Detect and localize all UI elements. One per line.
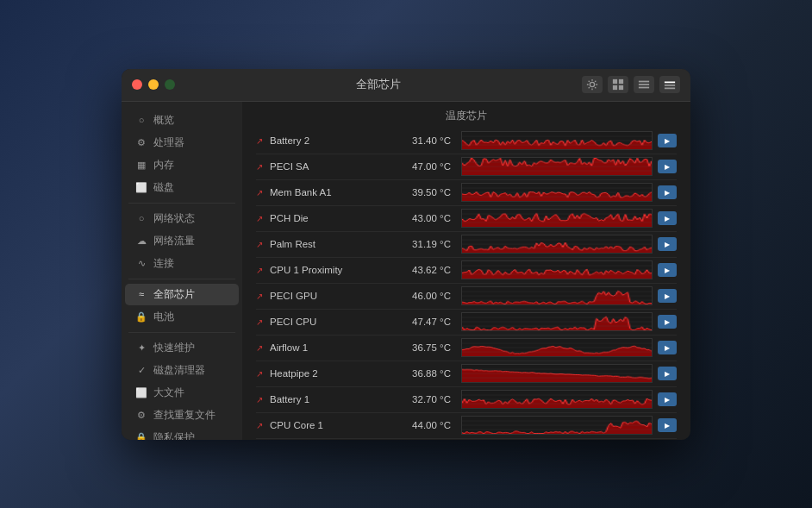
sidebar-item-network-flow[interactable]: ☁ 网络流量 [125,230,239,252]
sensor-value: 44.00 °C [382,420,451,430]
sensor-graph [461,209,653,228]
sidebar-item-connection[interactable]: ∿ 连接 [125,253,239,274]
titlebar: 全部芯片 [122,69,690,102]
svg-rect-8 [665,82,675,84]
sensor-toggle-button[interactable]: ▶ [658,237,677,251]
sidebar-item-network-status[interactable]: ○ 网络状态 [125,208,239,229]
sensor-toggle-button[interactable]: ▶ [658,418,677,432]
sensor-value: 43.00 °C [382,213,451,223]
content-header: 温度芯片 [256,102,677,129]
sensor-row: ↗ PCH Die 43.00 °C ▶ [256,206,677,232]
settings-toolbar-icon[interactable] [582,76,603,93]
maximize-button[interactable] [165,79,175,90]
grid-toolbar-icon[interactable] [608,76,628,93]
sidebar-item-recover[interactable]: ⚙ 查找重复文件 [125,405,239,426]
sidebar-item-disk[interactable]: ⬜ 磁盘 [125,177,239,198]
sensor-row: ↗ Battery 2 31.40 °C ▶ [256,129,677,154]
sensor-trend-icon: ↗ [256,292,270,301]
sensor-graph [461,286,653,305]
traffic-lights [132,79,175,90]
svg-rect-4 [619,85,623,90]
network-flow-icon: ☁ [135,235,147,247]
minimize-button[interactable] [148,79,159,90]
sidebar-divider-3 [128,332,235,333]
sensor-trend-icon: ↗ [256,214,270,223]
sensor-toggle-button[interactable]: ▶ [658,367,677,380]
content-area: 温度芯片 ↗ Battery 2 31.40 °C ▶ ↗ PECI SA 47… [242,102,690,440]
sensor-graph [461,390,653,409]
sensor-trend-icon: ↗ [256,395,270,405]
sensor-list: ↗ Battery 2 31.40 °C ▶ ↗ PECI SA 47.00 °… [256,129,677,439]
sensor-toggle-button[interactable]: ▶ [658,211,677,225]
close-button[interactable] [132,79,142,90]
sensor-graph [461,364,653,383]
sensor-name: PECI SA [270,161,382,172]
sensor-graph [461,183,653,202]
sensor-toggle-button[interactable]: ▶ [658,134,677,147]
sensor-value: 47.00 °C [382,161,451,172]
sensor-toggle-button[interactable]: ▶ [658,289,677,303]
sensor-toggle-button[interactable]: ▶ [658,263,677,277]
sidebar-item-disk-clean[interactable]: ✓ 磁盘清理器 [125,360,239,381]
sensor-graph [461,157,653,176]
sensor-toggle-button[interactable]: ▶ [658,341,677,354]
sidebar-item-privacy[interactable]: 🔒 隐私保护 [125,427,239,440]
sensor-graph [461,338,653,357]
sensor-trend-icon: ↗ [256,162,270,172]
sensor-name: Palm Rest [270,239,382,249]
sensor-name: PECI GPU [270,291,382,301]
sensor-graph [461,260,653,279]
main-window: 全部芯片 ○ 概览 ⚙ 处理器 [122,69,690,440]
memory-icon: ▦ [135,160,147,171]
disk-clean-icon: ✓ [135,365,147,376]
sensor-toggle-button[interactable]: ▶ [658,315,677,329]
sensor-name: PECI CPU [270,317,382,327]
sensor-toggle-button[interactable]: ▶ [658,185,677,199]
sensor-name: CPU 1 Proximity [270,265,382,275]
sensor-row: ↗ CPU Core 1 44.00 °C ▶ [256,413,677,439]
sensor-row: ↗ Airflow 1 36.75 °C ▶ [256,336,677,361]
connection-icon: ∿ [135,258,147,269]
sensor-trend-icon: ↗ [256,240,270,249]
sensor-value: 46.00 °C [382,291,451,301]
sidebar-item-memory[interactable]: ▦ 内存 [125,154,239,176]
svg-rect-7 [639,87,649,89]
main-content: ○ 概览 ⚙ 处理器 ▦ 内存 ⬜ 磁盘 ○ 网络状态 ☁ 网络流量 [122,102,690,440]
sensor-graph [461,131,653,150]
battery-icon: 🔒 [135,311,147,323]
sidebar-divider-2 [128,279,235,279]
sensor-row: ↗ PECI SA 47.00 °C ▶ [256,154,677,180]
sensor-name: CPU Core 1 [270,420,382,430]
cpu-icon: ⚙ [135,137,147,148]
sensor-value: 47.47 °C [382,317,451,327]
svg-rect-5 [639,81,649,83]
sidebar-item-big-file[interactable]: ⬜ 大文件 [125,382,239,404]
svg-point-0 [590,82,594,86]
sidebar-item-cpu[interactable]: ⚙ 处理器 [125,132,239,154]
sidebar-item-quick-fix[interactable]: ✦ 快速维护 [125,337,239,359]
window-title: 全部芯片 [175,77,582,92]
toolbar-icons [582,76,680,93]
sensor-name: Battery 2 [270,135,382,146]
sensor-row: ↗ PECI CPU 47.47 °C ▶ [256,310,677,336]
sensor-row: ↗ Mem Bank A1 39.50 °C ▶ [256,180,677,206]
sensor-trend-icon: ↗ [256,369,270,379]
sidebar-item-overview[interactable]: ○ 概览 [125,110,239,131]
sensor-row: ↗ PECI GPU 46.00 °C ▶ [256,284,677,310]
sensor-toggle-button[interactable]: ▶ [658,160,677,173]
list-toolbar-icon[interactable] [634,76,654,93]
svg-rect-6 [639,84,649,85]
sensor-graph [461,312,653,331]
svg-rect-3 [613,85,617,90]
sensor-row: ↗ Battery 1 32.70 °C ▶ [256,387,677,413]
sensor-graph [461,416,653,435]
sensor-value: 39.50 °C [382,187,451,198]
sensor-trend-icon: ↗ [256,266,270,275]
sensor-row: ↗ Palm Rest 31.19 °C ▶ [256,232,677,258]
sensor-toggle-button[interactable]: ▶ [658,392,677,406]
chart-toolbar-icon[interactable] [659,76,680,93]
sidebar-item-battery[interactable]: 🔒 电池 [125,306,239,328]
svg-rect-10 [665,88,675,90]
sidebar-item-all-chips[interactable]: ≈ 全部芯片 [125,284,239,305]
privacy-icon: 🔒 [135,432,147,440]
